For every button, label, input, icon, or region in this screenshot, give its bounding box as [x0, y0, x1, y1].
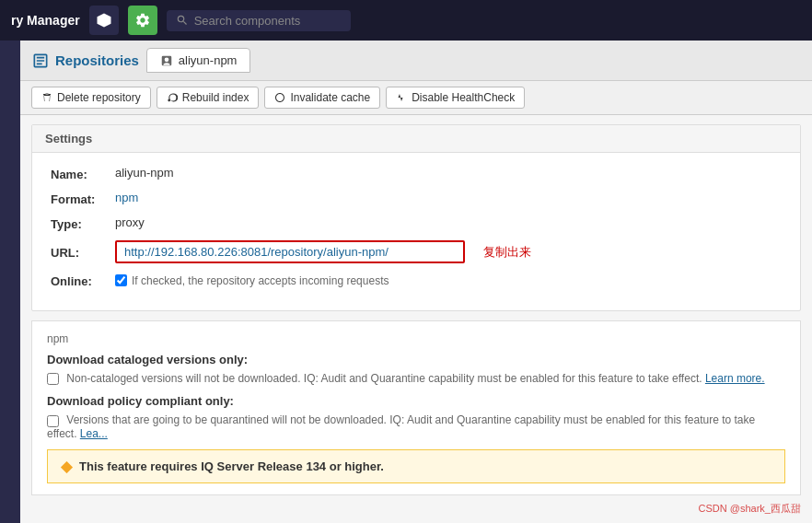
- learn-more-link-2[interactable]: Lea...: [80, 427, 108, 440]
- url-field-row: URL: 复制出来: [51, 240, 782, 263]
- learn-more-link-1[interactable]: Learn more.: [705, 372, 765, 385]
- left-sidebar-strip: [0, 41, 20, 523]
- gear-icon-button[interactable]: [128, 6, 157, 35]
- watermark: CSDN @shark_西瓜甜: [699, 502, 801, 516]
- topnav: ry Manager: [0, 0, 812, 41]
- repositories-label: Repositories: [55, 52, 139, 68]
- iq-warning-text: This feature requires IQ Server Release …: [79, 459, 384, 473]
- search-input[interactable]: [194, 14, 342, 28]
- name-label: Name:: [51, 166, 115, 181]
- type-label: Type:: [51, 215, 115, 231]
- gear-icon: [134, 12, 151, 29]
- download-policy-desc: Versions that are going to be quarantine…: [47, 413, 785, 439]
- format-field-row: Format: npm: [51, 191, 782, 206]
- npm-section: npm Download cataloged versions only: No…: [31, 320, 801, 495]
- search-icon: [176, 14, 189, 27]
- settings-panel: Settings Name: aliyun-npm Format: npm Ty…: [31, 124, 801, 311]
- name-field-row: Name: aliyun-npm: [51, 166, 782, 181]
- type-value: proxy: [115, 215, 145, 229]
- repositories-breadcrumb[interactable]: Repositories: [31, 52, 139, 70]
- policy-checkbox[interactable]: [47, 415, 59, 427]
- download-cataloged-heading: Download cataloged versions only:: [47, 353, 785, 366]
- warning-icon: ◆: [61, 458, 72, 475]
- settings-heading: Settings: [32, 125, 800, 153]
- repo-tab-label: aliyun-npm: [179, 53, 238, 67]
- url-label: URL:: [51, 244, 115, 260]
- fields-section: Name: aliyun-npm Format: npm Type: proxy…: [32, 153, 800, 310]
- download-cataloged-desc: Non-cataloged versions will not be downl…: [47, 372, 785, 385]
- breadcrumb-bar: Repositories aliyun-npm: [20, 41, 812, 81]
- cube-icon: [96, 12, 112, 29]
- format-label: Format:: [51, 191, 115, 206]
- trash-icon: [41, 92, 52, 103]
- npm-label: npm: [47, 332, 785, 345]
- type-field-row: Type: proxy: [51, 215, 782, 231]
- repo-tab[interactable]: aliyun-npm: [146, 48, 251, 73]
- format-value: npm: [115, 191, 138, 204]
- main-content: Repositories aliyun-npm Delete repositor…: [20, 41, 812, 523]
- online-checkbox-row: If checked, the repository accepts incom…: [115, 274, 389, 287]
- iq-warning: ◆ This feature requires IQ Server Releas…: [47, 449, 785, 483]
- disable-healthcheck-button[interactable]: Disable HealthCheck: [386, 87, 525, 109]
- name-value: aliyun-npm: [115, 166, 174, 180]
- download-policy-heading: Download policy compliant only:: [47, 394, 785, 408]
- repositories-icon: [31, 52, 50, 70]
- cache-icon: [274, 92, 285, 103]
- search-bar[interactable]: [167, 10, 351, 31]
- wrench-icon: [167, 92, 178, 103]
- copy-hint: 复制出来: [483, 244, 531, 261]
- rebuild-index-button[interactable]: Rebuild index: [157, 87, 260, 109]
- app-title: ry Manager: [11, 13, 80, 28]
- repo-tab-icon: [160, 54, 173, 67]
- chart-icon: [396, 92, 407, 103]
- action-toolbar: Delete repository Rebuild index Invalida…: [20, 81, 812, 115]
- cataloged-checkbox[interactable]: [47, 373, 59, 385]
- invalidate-cache-button[interactable]: Invalidate cache: [264, 87, 380, 109]
- online-label: Online:: [51, 273, 115, 288]
- cube-icon-button[interactable]: [89, 6, 119, 35]
- delete-repository-button[interactable]: Delete repository: [31, 87, 151, 109]
- url-input[interactable]: [115, 240, 465, 263]
- online-checkbox[interactable]: [115, 274, 127, 286]
- online-field-row: Online: If checked, the repository accep…: [51, 273, 782, 288]
- online-desc: If checked, the repository accepts incom…: [132, 274, 389, 287]
